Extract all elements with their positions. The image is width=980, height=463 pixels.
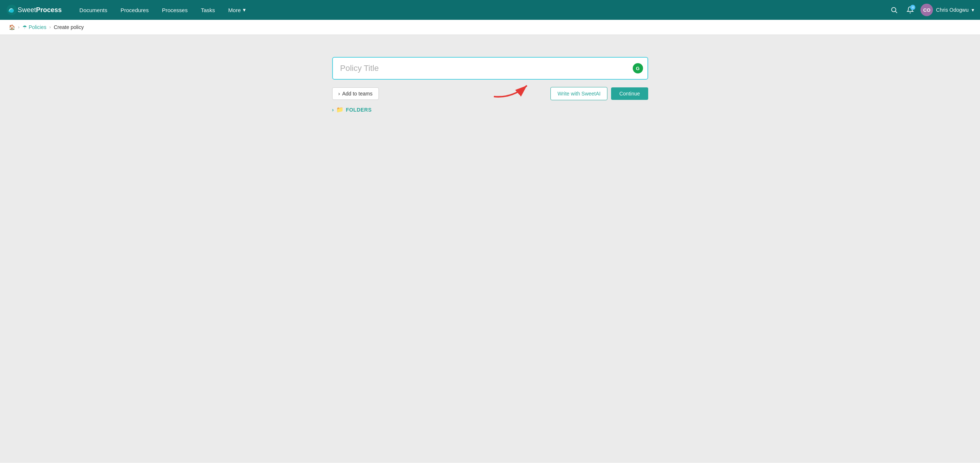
folder-icon: 📁 [336, 106, 344, 113]
grammarly-icon[interactable]: G [633, 63, 643, 73]
user-chevron-icon: ▾ [972, 7, 974, 13]
breadcrumb-current: Create policy [54, 24, 84, 30]
write-with-sweetai-button[interactable]: Write with SweetAI [550, 87, 608, 100]
nav-documents[interactable]: Documents [73, 4, 113, 16]
user-menu[interactable]: CO Chris Odogwu ▾ [921, 4, 974, 16]
breadcrumb-sep-1: › [18, 25, 19, 30]
continue-button[interactable]: Continue [611, 87, 648, 100]
svg-line-2 [896, 11, 897, 13]
policies-icon: ☂ [22, 24, 27, 30]
nav-procedures[interactable]: Procedures [115, 4, 155, 16]
nav-links: Documents Procedures Processes Tasks Mor… [73, 4, 888, 16]
navbar: SweetProcess Documents Procedures Proces… [0, 0, 980, 20]
breadcrumb: 🏠 › ☂ Policies › Create policy [0, 20, 980, 35]
search-button[interactable] [888, 4, 900, 16]
brand-logo[interactable]: SweetProcess [6, 4, 62, 16]
breadcrumb-home[interactable]: 🏠 [9, 24, 15, 30]
brand-name: SweetProcess [18, 6, 62, 14]
avatar: CO [921, 4, 933, 16]
nav-tasks[interactable]: Tasks [195, 4, 221, 16]
svg-point-1 [892, 7, 896, 12]
chevron-right-icon: › [332, 107, 334, 113]
title-input-wrapper: G [332, 57, 648, 80]
main-content: G › Add to teams Write with SweetAI Cont… [0, 35, 980, 462]
notification-badge: 4 [910, 5, 915, 10]
nav-more[interactable]: More ▾ [222, 4, 252, 16]
chevron-right-icon: › [339, 91, 340, 97]
nav-processes[interactable]: Processes [156, 4, 194, 16]
nav-right: 4 CO Chris Odogwu ▾ [888, 4, 974, 16]
chevron-down-icon: ▾ [243, 6, 246, 13]
policy-title-input[interactable] [332, 57, 648, 80]
notifications-button[interactable]: 4 [904, 4, 916, 16]
add-to-teams-button[interactable]: › Add to teams [332, 87, 379, 100]
folders-label: FOLDERS [346, 107, 372, 113]
breadcrumb-policies[interactable]: ☂ Policies [22, 24, 46, 30]
buttons-row: › Add to teams Write with SweetAI Contin… [332, 87, 648, 100]
folders-row[interactable]: › 📁 FOLDERS [332, 106, 648, 113]
home-icon: 🏠 [9, 24, 15, 30]
form-container: G › Add to teams Write with SweetAI Cont… [325, 57, 655, 113]
username: Chris Odogwu [936, 7, 969, 13]
breadcrumb-sep-2: › [49, 25, 51, 30]
form-area: G › Add to teams Write with SweetAI Cont… [332, 57, 648, 113]
action-buttons: Write with SweetAI Continue [550, 87, 648, 100]
